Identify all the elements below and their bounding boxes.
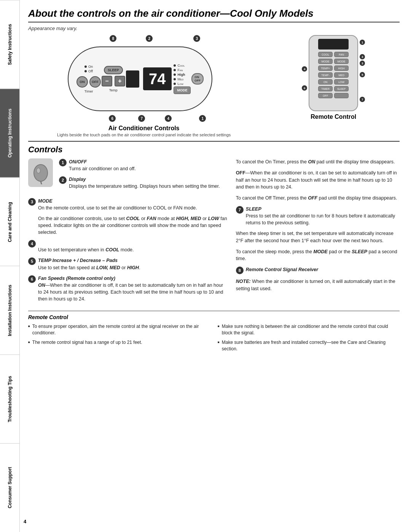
svg-line-1 (41, 181, 43, 184)
remote-mode2-btn[interactable]: MODE (334, 59, 349, 64)
remote-btn-row-5: ON LOW (312, 79, 355, 85)
sidebar-item-care[interactable]: Care and Cleaning (0, 177, 19, 266)
circle-2: 2 (59, 176, 67, 184)
remote-body: COOL FAN MODE MODE TEMP+ HIGH TEMP- MED (309, 35, 358, 111)
sidebar-item-operating[interactable]: Operating Instructions (0, 89, 19, 177)
label-6-bottom: 6 (109, 115, 116, 122)
remote-mode-btn[interactable]: MODE (318, 59, 333, 64)
remote-off-btn[interactable]: OFF (318, 93, 333, 98)
finger-icon (28, 158, 53, 187)
ac-diagram-subtitle: Lights beside the touch pads on the air … (57, 133, 231, 137)
diagrams-row: 8 2 3 On Off ON (28, 35, 400, 137)
low-label: Low (174, 82, 183, 86)
item-1-row: 1 ON/OFF Turns air conditioner on and of… (28, 158, 228, 194)
cool-label: Cool (174, 64, 185, 67)
label-1-bottom: 1 (199, 115, 206, 122)
remote-on-btn[interactable]: ON (318, 79, 333, 85)
control-text-5: TEMP Increase + / Decrease – Pads Use to… (38, 257, 140, 271)
remote-label-1: 1 (360, 40, 365, 45)
control-text-4: Use to set temperature when in COOL mode… (38, 240, 134, 253)
remote-med-btn[interactable]: MED (334, 72, 349, 78)
remote-low-btn[interactable]: LOW (334, 79, 349, 85)
on-btn[interactable]: ON (76, 76, 88, 88)
minus-btn[interactable]: − (102, 76, 112, 86)
remote-control-section: Remote Control To ensure proper operatio… (28, 311, 400, 355)
control-item-3: 3 MODE On the remote control, use to set… (28, 198, 228, 211)
circle-4: 4 (28, 240, 36, 248)
label-2: 2 (146, 35, 153, 42)
control-text-7: SLEEP Press to set the air conditioner t… (246, 206, 400, 226)
ac-diagram-title: Air Conditioner Controls (108, 125, 180, 132)
ac-panel-ellipse: On Off ON OFF Timer SLEEP (68, 46, 212, 111)
remote-bullets-right: Make sure nothing is between the air con… (218, 323, 400, 355)
remote-bullets: To ensure proper operation, aim the remo… (28, 323, 400, 355)
control-text-6: Fan Speeds (Remote control only) ON—When… (38, 275, 228, 303)
remote-diagram-title: Remote Control (311, 113, 356, 120)
remote-btn-row-2: MODE MODE (312, 59, 355, 64)
off-btn[interactable]: OFF (89, 76, 101, 88)
remote-btn-row-3: TEMP+ HIGH (312, 66, 355, 71)
sidebar: Safety Instructions Operating Instructio… (0, 0, 20, 532)
remote-diagram: COOL FAN MODE MODE TEMP+ HIGH TEMP- MED (267, 35, 400, 120)
svg-point-2 (37, 168, 40, 173)
control-text-1: ON/OFF Turns air conditioner on and off. (69, 158, 136, 172)
control-item-2: 2 Display Displays the temperature setti… (59, 176, 228, 190)
remote-off2-btn[interactable] (334, 93, 349, 98)
remote-bullet-1: To ensure proper operation, aim the remo… (28, 323, 210, 336)
page-title: About the controls on the air conditione… (28, 8, 400, 22)
remote-high-btn[interactable]: HIGH (334, 66, 349, 71)
remote-cool-btn[interactable]: COOL (318, 52, 333, 57)
control-item-1: 1 ON/OFF Turns air conditioner on and of… (59, 158, 228, 172)
remote-label-6: 6 (302, 85, 307, 91)
sidebar-item-troubleshooting[interactable]: Troubleshooting Tips (0, 355, 19, 443)
control-item-6: 6 Fan Speeds (Remote control only) ON—Wh… (28, 275, 228, 303)
right-para-note: NOTE: When the air conditioner is turned… (236, 278, 400, 292)
circle-6: 6 (28, 275, 36, 283)
remote-control-title: Remote Control (28, 314, 400, 320)
inner-panel: On Off ON OFF Timer SLEEP (68, 47, 212, 110)
controls-left: 1 ON/OFF Turns air conditioner on and of… (28, 158, 228, 306)
circle-1: 1 (59, 159, 67, 166)
svg-point-0 (34, 165, 48, 181)
on-off-btn[interactable]: ONOFF (191, 73, 204, 85)
mode-btn[interactable]: MODE (174, 86, 191, 94)
plus-btn[interactable]: + (115, 76, 125, 86)
remote-label-7: 7 (360, 97, 365, 102)
remote-fan-btn[interactable]: FAN (334, 52, 349, 57)
remote-bullet-2: The remote control signal has a range of… (28, 339, 210, 346)
label-4-bottom: 4 (165, 115, 172, 122)
circle-5: 5 (28, 257, 36, 265)
control-text-2: Display Displays the temperature setting… (69, 176, 220, 190)
label-8: 8 (110, 35, 116, 42)
remote-timer-btn[interactable]: TIMER (318, 86, 333, 91)
right-para-5: To cancel the sleep mode, press the MODE… (236, 248, 400, 263)
remote-sleep-btn[interactable]: SLEEP (334, 86, 349, 91)
main-content: About the controls on the air conditione… (20, 0, 411, 532)
remote-btn-row-4: TEMP- MED (312, 72, 355, 78)
remote-label-3a: 3 (360, 54, 365, 59)
remote-screen (318, 39, 349, 50)
circle-8: 8 (236, 267, 244, 274)
right-para-1: To cancel the On Timer, press the ON pad… (236, 158, 400, 166)
sleep-btn[interactable]: SLEEP (104, 66, 123, 74)
items-1-2: 1 ON/OFF Turns air conditioner on and of… (59, 158, 228, 194)
right-para-4: When the sleep timer is set, the set tem… (236, 230, 400, 244)
remote-temp2-btn[interactable]: TEMP- (318, 72, 333, 78)
sidebar-item-safety[interactable]: Safety Instructions (0, 0, 19, 89)
small-display (126, 70, 139, 88)
sidebar-item-installation[interactable]: Installation Instructions (0, 266, 19, 355)
remote-temp-btn[interactable]: TEMP+ (318, 66, 333, 71)
circle-3: 3 (28, 198, 36, 206)
controls-title: Controls (28, 145, 400, 155)
finger-svg (31, 161, 50, 184)
main-display: 74 (143, 67, 172, 90)
high-label: High (174, 73, 185, 77)
temp-label: Temp (109, 88, 118, 92)
med-label: Med (174, 77, 183, 81)
control-item-7: 7 SLEEP Press to set the air conditioner… (236, 206, 400, 226)
appearance-note: Appearance may vary. (28, 26, 400, 31)
label-3: 3 (193, 35, 200, 42)
sidebar-item-consumer[interactable]: Consumer Support (0, 443, 19, 532)
remote-label-4: 4 (302, 66, 307, 72)
remote-label-3b: 3 (360, 61, 365, 66)
